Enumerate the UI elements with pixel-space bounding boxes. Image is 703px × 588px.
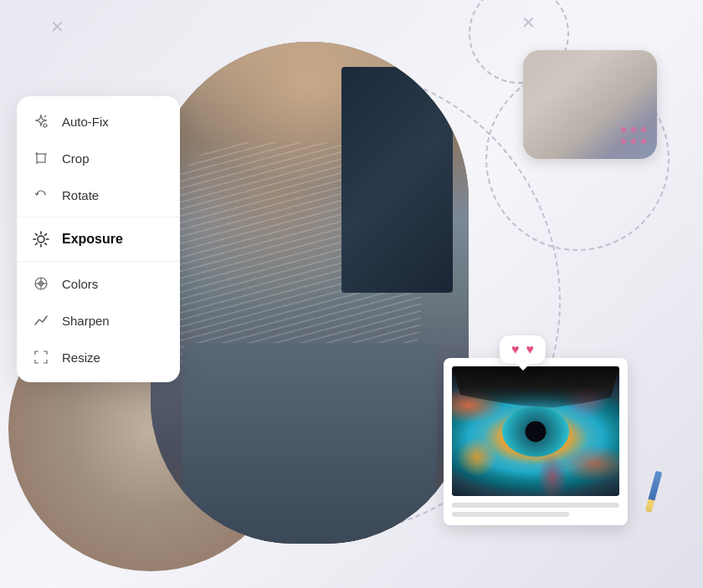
menu-item-resize[interactable]: Resize: [17, 339, 180, 376]
photo-main: [151, 42, 469, 544]
canvas-easel: [341, 67, 453, 293]
menu-item-rotate[interactable]: Rotate: [17, 176, 180, 213]
dots-grid: [619, 125, 646, 146]
deco-cross-topright: ✕: [521, 13, 536, 33]
exposure-icon: [32, 230, 50, 248]
svg-point-0: [44, 124, 47, 127]
heart-icon: ♥: [511, 342, 520, 357]
svg-line-11: [36, 243, 38, 245]
bubble-box: ♥ ♥: [500, 335, 546, 364]
colors-label: Colors: [62, 277, 98, 291]
eye-line-full: [452, 503, 619, 508]
deco-cross-topleft: ✕: [50, 17, 64, 37]
colors-icon: [32, 274, 50, 293]
sharpen-icon: [32, 311, 50, 330]
menu-divider: [17, 217, 180, 217]
rotate-icon: [32, 186, 50, 204]
auto-fix-icon: [32, 112, 50, 130]
svg-line-10: [45, 234, 47, 236]
menu-panel: Auto-Fix Crop Rotate: [17, 96, 180, 382]
resize-icon: [32, 348, 50, 366]
auto-fix-label: Auto-Fix: [62, 115, 109, 129]
svg-line-8: [36, 234, 38, 236]
scene: ✕ ✕ ♥ ♥: [0, 0, 703, 588]
menu-divider-2: [17, 261, 180, 262]
dots-decoration: [619, 125, 646, 146]
crop-label: Crop: [62, 151, 90, 166]
menu-item-exposure[interactable]: Exposure: [17, 221, 180, 258]
menu-item-auto-fix[interactable]: Auto-Fix: [17, 103, 180, 140]
svg-line-1: [44, 115, 46, 117]
menu-item-crop[interactable]: Crop: [17, 140, 180, 176]
dot: [631, 127, 636, 132]
eye-iris: [502, 406, 569, 457]
eye-artwork: [452, 366, 619, 496]
crop-icon: [32, 149, 50, 167]
exposure-label: Exposure: [62, 232, 123, 247]
eye-pupil: [526, 421, 546, 442]
resize-label: Resize: [62, 350, 100, 365]
pencil-decoration: [645, 471, 663, 513]
svg-line-9: [45, 243, 47, 245]
thumbs-icon: ♥: [526, 342, 535, 357]
svg-rect-2: [37, 154, 45, 162]
rotate-label: Rotate: [62, 188, 99, 202]
menu-item-colors[interactable]: Colors: [17, 265, 180, 302]
photo-eye-lines: [452, 503, 619, 517]
dot: [621, 139, 626, 144]
menu-item-sharpen[interactable]: Sharpen: [17, 302, 180, 339]
social-bubble: ♥ ♥: [500, 335, 546, 364]
photo-eye-image: [452, 366, 619, 496]
photo-eye: [444, 358, 628, 525]
svg-point-3: [38, 236, 44, 243]
dot: [621, 127, 626, 132]
photo-main-inner: [151, 42, 469, 544]
dot: [641, 139, 646, 144]
dot: [631, 139, 636, 144]
dot: [641, 127, 646, 132]
eye-line-short: [452, 512, 569, 517]
jeans-area: [182, 343, 437, 544]
sharpen-label: Sharpen: [62, 314, 110, 328]
